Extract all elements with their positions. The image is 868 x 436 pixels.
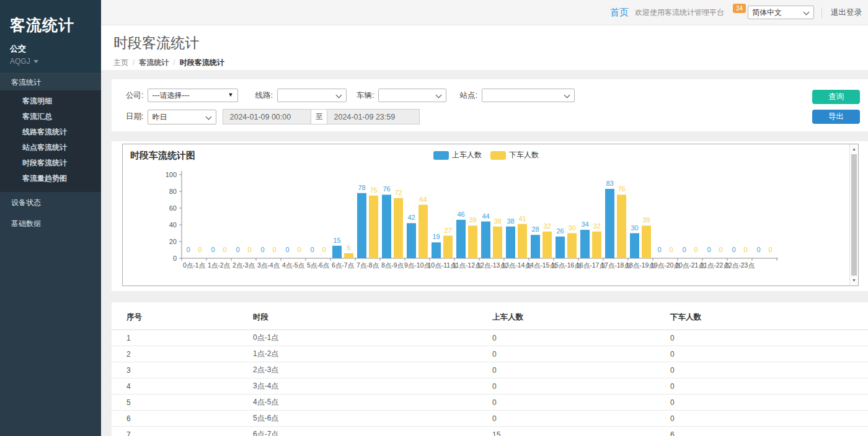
sidebar-submenu-item[interactable]: 客流量趋势图	[0, 171, 101, 186]
date-from-input[interactable]	[223, 109, 311, 124]
account-dropdown[interactable]: AQGJ	[10, 57, 91, 66]
breadcrumb-home[interactable]: 主页	[113, 58, 128, 67]
line-select[interactable]	[277, 89, 347, 102]
svg-text:44: 44	[482, 212, 489, 220]
svg-text:0: 0	[657, 246, 661, 253]
breadcrumb: 主页/客流统计/时段客流统计	[113, 58, 868, 68]
svg-text:22点-23点: 22点-23点	[725, 261, 755, 269]
svg-text:15: 15	[333, 237, 340, 244]
svg-text:40: 40	[169, 221, 177, 229]
page-title: 时段客流统计	[113, 33, 868, 53]
svg-text:100: 100	[166, 171, 177, 178]
svg-text:0: 0	[211, 246, 215, 253]
company-select[interactable]: ---请选择---	[148, 89, 238, 102]
svg-text:0: 0	[272, 246, 276, 253]
svg-text:76: 76	[618, 185, 625, 193]
svg-text:26: 26	[556, 227, 564, 235]
date-preset-select[interactable]: 昨日	[148, 110, 216, 124]
table-row: 3 2点-3点 0 0	[112, 362, 868, 378]
station-select[interactable]	[482, 89, 575, 102]
legend-item-alighting[interactable]: 下车人数	[490, 150, 539, 160]
svg-text:0: 0	[198, 246, 202, 253]
app-logo-title: 客流统计	[10, 15, 91, 35]
svg-text:0: 0	[707, 246, 711, 253]
home-link[interactable]: 首页	[610, 7, 629, 19]
svg-text:5点-6点: 5点-6点	[307, 261, 330, 269]
stats-table: 序号 时段 上车人数 下车人数 1 0点-1点 0 0 2 1点-2点 0	[112, 307, 868, 436]
org-name: 公交	[10, 43, 91, 54]
sidebar-logo-area: 客流统计 公交 AQGJ	[0, 0, 101, 73]
header-alighting: 下车人数	[670, 307, 868, 330]
notification-badge[interactable]: 34	[733, 4, 746, 13]
svg-text:0: 0	[260, 246, 264, 253]
svg-text:30: 30	[568, 224, 575, 232]
sidebar-menu-item[interactable]: 基础数据	[0, 213, 101, 234]
logout-link[interactable]: 退出登录	[822, 7, 862, 18]
breadcrumb-current: 时段客流统计	[180, 58, 224, 67]
topbar: 首页 欢迎使用客流统计管理平台 34 简体中文 退出登录	[101, 0, 868, 25]
legend-item-boarding[interactable]: 上车人数	[433, 150, 482, 160]
language-select-wrap: 简体中文	[748, 6, 814, 19]
svg-text:0: 0	[297, 246, 301, 253]
sidebar-other-items: 设备状态基础数据	[0, 192, 101, 234]
svg-text:0: 0	[694, 246, 698, 253]
chart-legend: 上车人数 下车人数	[123, 150, 849, 160]
svg-text:0: 0	[682, 246, 686, 253]
svg-text:38: 38	[507, 217, 514, 225]
chart-scrollbar[interactable]: ▲ ▼	[849, 144, 858, 286]
svg-text:30: 30	[631, 224, 638, 232]
line-label: 线路:	[255, 90, 272, 101]
query-button[interactable]: 查询	[812, 90, 860, 104]
breadcrumb-parent[interactable]: 客流统计	[139, 58, 169, 67]
svg-text:0: 0	[732, 246, 735, 253]
sidebar-submenu-item[interactable]: 客流明细	[0, 94, 101, 109]
svg-text:0: 0	[223, 246, 226, 253]
svg-text:42: 42	[407, 214, 415, 221]
scroll-up-icon[interactable]: ▲	[850, 146, 858, 153]
language-select[interactable]: 简体中文	[748, 6, 814, 19]
svg-text:39: 39	[469, 216, 476, 224]
svg-text:27: 27	[444, 227, 451, 234]
scroll-down-icon[interactable]: ▼	[850, 277, 858, 284]
scrollbar-thumb[interactable]	[851, 154, 857, 276]
sidebar-menu-item[interactable]: 设备状态	[0, 192, 101, 213]
svg-text:0点-1点: 0点-1点	[183, 261, 206, 269]
date-to-input[interactable]	[327, 109, 420, 124]
svg-text:2点-3点: 2点-3点	[232, 261, 255, 269]
sidebar: 客流统计 公交 AQGJ 客流统计 客流明细客流汇总线路客流统计站点客流统计时段…	[0, 0, 101, 436]
svg-text:80: 80	[169, 188, 177, 195]
table-row: 7 6点-7点 15 6	[112, 427, 868, 436]
svg-text:76: 76	[383, 185, 390, 193]
svg-text:8点-9点: 8点-9点	[381, 261, 404, 269]
legend-swatch-yellow	[490, 151, 506, 160]
vehicle-select[interactable]	[378, 89, 446, 102]
table-row: 5 4点-5点 0 0	[112, 395, 868, 411]
svg-text:38: 38	[494, 217, 501, 225]
svg-text:4点-5点: 4点-5点	[282, 261, 305, 269]
svg-text:32: 32	[543, 222, 551, 230]
legend-swatch-blue	[433, 151, 449, 160]
sidebar-submenu-item[interactable]: 时段客流统计	[0, 155, 101, 171]
page-header: 时段客流统计 主页/客流统计/时段客流统计	[101, 25, 868, 70]
sidebar-submenu-item[interactable]: 站点客流统计	[0, 140, 101, 155]
svg-text:0: 0	[719, 246, 722, 253]
table-row: 4 3点-4点 0 0	[112, 378, 868, 395]
svg-text:9点-10点: 9点-10点	[404, 261, 431, 269]
svg-text:0: 0	[236, 246, 239, 253]
header-period: 时段	[253, 307, 492, 330]
sidebar-group-passenger-stats[interactable]: 客流统计	[0, 73, 101, 90]
welcome-text: 欢迎使用客流统计管理平台	[635, 7, 724, 18]
svg-text:20: 20	[169, 238, 177, 245]
svg-text:0: 0	[743, 246, 747, 253]
sidebar-submenu-item[interactable]: 线路客流统计	[0, 124, 101, 140]
sidebar-submenu-item[interactable]: 客流汇总	[0, 109, 101, 124]
svg-text:46: 46	[457, 211, 464, 218]
export-button[interactable]: 导出	[812, 110, 860, 124]
svg-text:0: 0	[768, 246, 772, 253]
svg-text:6: 6	[347, 244, 350, 251]
svg-text:41: 41	[518, 215, 526, 222]
svg-text:0: 0	[322, 246, 326, 253]
svg-text:75: 75	[370, 186, 377, 194]
table-row: 1 0点-1点 0 0	[112, 330, 868, 346]
svg-text:3点-4点: 3点-4点	[257, 261, 280, 269]
